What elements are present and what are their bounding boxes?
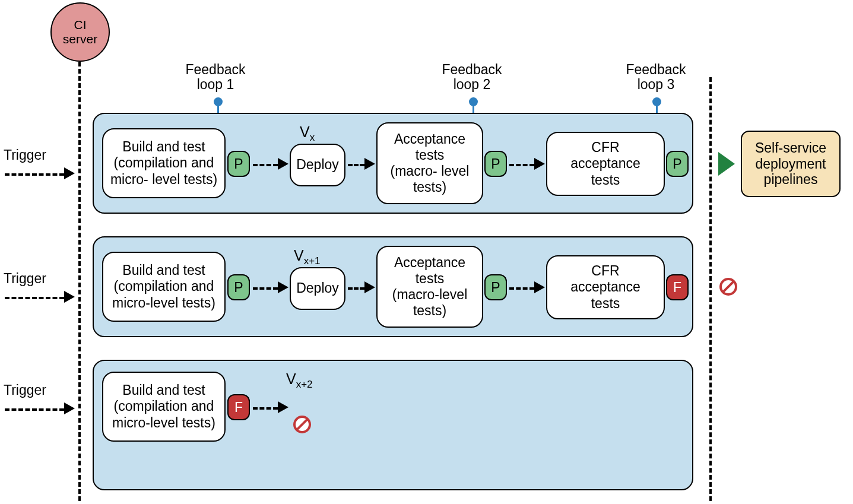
arrow-2c [509, 287, 534, 290]
stage-acceptance-2: Acceptance tests (macro-level tests) [376, 246, 483, 328]
trigger-arrow-head-3 [64, 402, 75, 414]
stage-build-1-text: Build and test (compilation and micro- l… [110, 139, 217, 187]
stage-build-3-text: Build and test (compilation and micro-le… [112, 382, 215, 430]
stage-deploy-1-text: Deploy [296, 157, 339, 173]
badge-pass-1-cfr-text: P [673, 156, 681, 172]
badge-pass-2-build: P [227, 274, 250, 300]
stage-cfr-2: CFR acceptance tests [546, 255, 665, 319]
stage-build-2: Build and test (compilation and micro-le… [102, 252, 226, 322]
stage-deploy-2: Deploy [290, 267, 345, 310]
version-label-3: Vx+2 [286, 370, 313, 391]
version-prefix-1: V [300, 123, 310, 140]
arrow-1c [509, 164, 534, 166]
version-label-2: Vx+1 [294, 247, 321, 267]
arrow-1b [348, 164, 364, 166]
self-service-box: Self-service deployment pipelines [741, 131, 841, 197]
arrow-2b-head [364, 281, 375, 293]
stage-deploy-1: Deploy [290, 144, 345, 186]
feedback-label-1: Feedback loop 1 [177, 62, 254, 93]
stop-icon-3 [293, 416, 311, 433]
stop-icon-2 [719, 278, 737, 296]
badge-pass-1-build-text: P [234, 156, 243, 172]
trigger-arrow-line-3 [5, 408, 64, 411]
arrow-3a [253, 407, 278, 410]
badge-fail-3-build: F [227, 394, 250, 420]
trigger-label-3: Trigger [4, 382, 46, 398]
badge-pass-2-build-text: P [234, 280, 243, 296]
stage-acceptance-2-text: Acceptance tests (macro-level tests) [392, 255, 468, 319]
version-prefix-2: V [294, 247, 304, 264]
badge-pass-1-build: P [227, 151, 250, 177]
stage-deploy-2-text: Deploy [296, 280, 339, 296]
badge-pass-2-acc-text: P [491, 280, 500, 296]
trigger-arrow-head-1 [64, 167, 75, 179]
arrow-2b [348, 287, 364, 290]
trigger-arrow-head-2 [64, 291, 75, 303]
badge-fail-3-build-text: F [234, 400, 243, 416]
stage-cfr-1: CFR acceptance tests [546, 132, 665, 196]
ci-server-node: CI server [50, 2, 110, 62]
badge-pass-1-cfr: P [666, 151, 689, 177]
version-label-1: Vx [300, 123, 315, 144]
badge-pass-2-acc: P [484, 274, 507, 300]
badge-fail-2-cfr-text: F [673, 280, 681, 296]
arrow-1c-head [534, 158, 545, 170]
ci-guide-line [78, 62, 81, 501]
trigger-label-1: Trigger [4, 147, 46, 163]
stage-build-1: Build and test (compilation and micro- l… [102, 128, 226, 198]
stage-cfr-1-text: CFR acceptance tests [570, 140, 640, 188]
trigger-arrow-line-1 [5, 173, 64, 176]
ci-server-label: CI server [63, 18, 97, 46]
stage-build-2-text: Build and test (compilation and micro-le… [112, 262, 215, 310]
stage-build-3: Build and test (compilation and micro-le… [102, 372, 226, 442]
arrow-1b-head [364, 158, 375, 170]
badge-pass-1-acc-text: P [491, 156, 500, 172]
arrow-2a-head [278, 281, 288, 293]
feedback-label-3: Feedback loop 3 [617, 62, 695, 93]
arrow-3a-head [278, 401, 288, 413]
badge-pass-1-acc: P [484, 151, 507, 177]
version-sub-3: x+2 [296, 379, 313, 390]
arrow-2a [253, 287, 278, 290]
version-sub-2: x+1 [304, 255, 321, 267]
trigger-arrow-line-2 [5, 297, 64, 299]
go-icon [718, 152, 735, 176]
stage-acceptance-1-text: Acceptance tests (macro- level tests) [391, 131, 470, 196]
badge-fail-2-cfr: F [666, 274, 689, 300]
stage-cfr-2-text: CFR acceptance tests [570, 263, 640, 311]
version-sub-1: x [310, 132, 315, 143]
arrow-2c-head [534, 281, 545, 293]
version-prefix-3: V [286, 370, 296, 387]
feedback-label-2: Feedback loop 2 [433, 62, 510, 93]
arrow-1a-head [278, 158, 288, 170]
self-service-text: Self-service deployment pipelines [755, 140, 826, 187]
trigger-label-2: Trigger [4, 271, 46, 287]
stage-acceptance-1: Acceptance tests (macro- level tests) [376, 122, 483, 204]
arrow-1a [253, 164, 278, 166]
right-guide-line [709, 77, 712, 501]
